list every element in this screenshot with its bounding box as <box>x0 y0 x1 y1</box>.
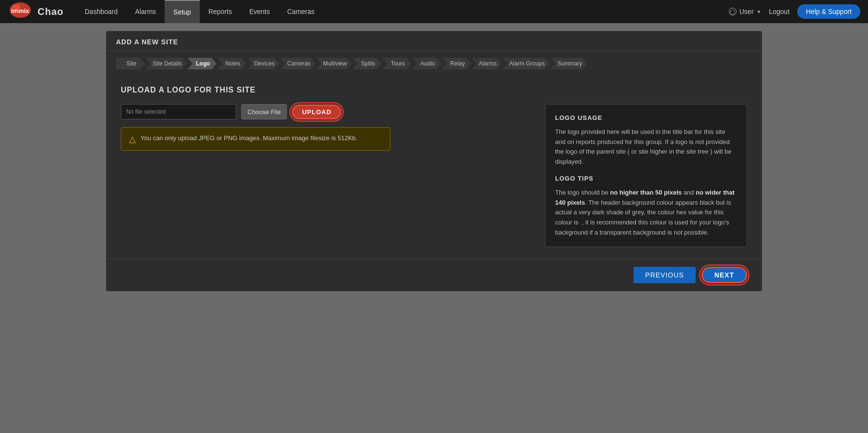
file-placeholder-text: No file selected <box>126 108 166 115</box>
logo-usage-text: The logo provided here will be used in t… <box>555 127 737 167</box>
tab-cameras[interactable]: Cameras <box>280 58 315 69</box>
tab-relay[interactable]: Relay <box>442 58 471 69</box>
logout-link[interactable]: Logout <box>769 8 790 15</box>
chevron-down-icon: ▼ <box>756 9 761 14</box>
warning-icon: △ <box>129 134 136 144</box>
tab-splits[interactable]: Splits <box>352 58 381 69</box>
main-content: ADD A NEW SITE Site Site Details Logo No… <box>0 23 868 301</box>
logo-area: immix Chao <box>8 2 64 21</box>
card-footer: PREVIOUS NEXT <box>106 259 762 291</box>
logo-tips-text: The logo should be no higher than 50 pix… <box>555 188 737 238</box>
nav-alarms[interactable]: Alarms <box>127 0 165 23</box>
upload-row: No file selected Choose File UPLOAD <box>121 104 531 119</box>
immix-logo: immix <box>8 2 33 21</box>
choose-file-button[interactable]: Choose File <box>241 104 287 119</box>
top-right-actions: ◯ User ▼ Logout Help & Support <box>729 4 860 19</box>
breadcrumb-tabs: Site Site Details Logo Notes Devices Cam… <box>106 51 762 74</box>
logo-tips-title: LOGO TIPS <box>555 174 737 184</box>
next-button[interactable]: NEXT <box>701 267 747 283</box>
tab-summary[interactable]: Summary <box>551 58 587 69</box>
tab-tours[interactable]: Tours <box>382 58 411 69</box>
nav-setup[interactable]: Setup <box>165 0 200 23</box>
nav-dashboard[interactable]: Dashboard <box>76 0 127 23</box>
two-column-layout: No file selected Choose File UPLOAD △ Yo… <box>121 104 747 247</box>
card-title: ADD A NEW SITE <box>116 38 178 46</box>
logo-usage-title: LOGO USAGE <box>555 113 737 123</box>
tab-site[interactable]: Site <box>116 58 145 69</box>
left-column: No file selected Choose File UPLOAD △ Yo… <box>121 104 531 160</box>
svg-text:immix: immix <box>11 7 29 14</box>
user-label: User <box>739 8 754 15</box>
top-navbar: immix Chao Dashboard Alarms Setup Report… <box>0 0 868 23</box>
card-body: UPLOAD A LOGO FOR THIS SITE No file sele… <box>106 74 762 259</box>
main-nav: Dashboard Alarms Setup Reports Events Ca… <box>76 0 323 23</box>
tab-devices[interactable]: Devices <box>247 58 280 69</box>
warning-box: △ You can only upload JPEG or PNG images… <box>121 127 390 151</box>
warning-text: You can only upload JPEG or PNG images. … <box>141 133 357 143</box>
add-site-card: ADD A NEW SITE Site Site Details Logo No… <box>106 31 762 291</box>
tab-audio[interactable]: Audio <box>412 58 441 69</box>
tab-alarms[interactable]: Alarms <box>472 58 501 69</box>
tab-multiview[interactable]: Multiview <box>316 58 351 69</box>
card-header: ADD A NEW SITE <box>106 31 762 51</box>
tab-notes[interactable]: Notes <box>218 58 246 69</box>
tab-logo[interactable]: Logo <box>188 58 217 69</box>
logo-tips-bold1: no higher than 50 pixels <box>610 189 682 196</box>
app-name-label: Chao <box>38 6 64 17</box>
tab-site-details[interactable]: Site Details <box>146 58 187 69</box>
nav-reports[interactable]: Reports <box>200 0 241 23</box>
tab-alarm-groups[interactable]: Alarm Groups <box>503 58 550 69</box>
upload-button[interactable]: UPLOAD <box>292 105 341 119</box>
section-title: UPLOAD A LOGO FOR THIS SITE <box>121 86 747 94</box>
user-icon: ◯ <box>729 8 737 15</box>
nav-events[interactable]: Events <box>241 0 279 23</box>
logo-usage-panel: LOGO USAGE The logo provided here will b… <box>545 104 747 247</box>
user-menu[interactable]: ◯ User ▼ <box>729 8 761 15</box>
nav-cameras[interactable]: Cameras <box>279 0 324 23</box>
help-support-button[interactable]: Help & Support <box>797 4 860 19</box>
previous-button[interactable]: PREVIOUS <box>634 267 695 283</box>
file-input-display: No file selected <box>121 104 236 119</box>
